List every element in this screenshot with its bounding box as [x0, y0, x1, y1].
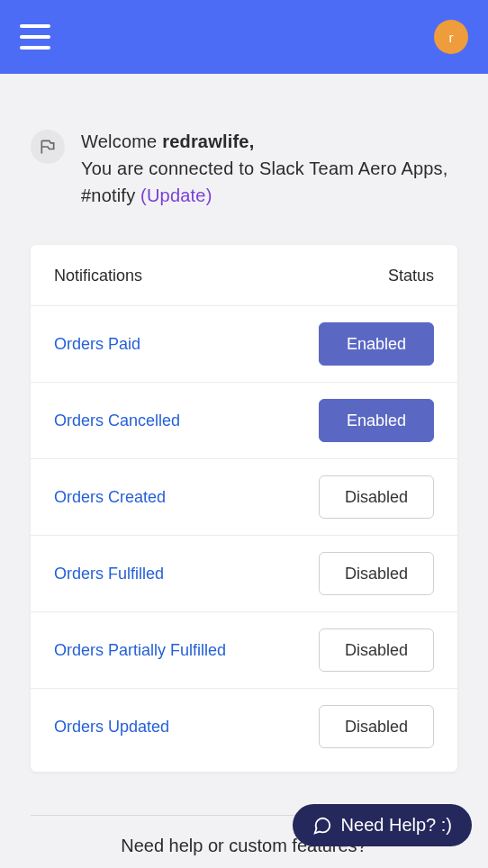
need-help-label: Need Help? :) [341, 815, 452, 836]
notification-row: Orders CancelledEnabled [31, 383, 457, 459]
flag-icon [31, 130, 65, 164]
top-bar: r [0, 0, 488, 74]
notification-row: Orders PaidEnabled [31, 306, 457, 383]
avatar-initial: r [449, 30, 454, 45]
update-link[interactable]: (Update) [140, 185, 212, 205]
need-help-button[interactable]: Need Help? :) [293, 804, 472, 846]
welcome-prefix: Welcome [81, 131, 162, 151]
card-header: Notifications Status [31, 245, 457, 306]
main-content: Welcome redrawlife, You are connected to… [0, 74, 488, 856]
status-disabled-button[interactable]: Disabled [319, 628, 434, 672]
col-notifications: Notifications [54, 267, 142, 285]
status-disabled-button[interactable]: Disabled [319, 705, 434, 748]
notification-label[interactable]: Orders Partially Fulfilled [54, 641, 226, 660]
menu-icon[interactable] [20, 24, 50, 50]
col-status: Status [388, 267, 434, 285]
notification-row: Orders FulfilledDisabled [31, 536, 457, 612]
notification-label[interactable]: Orders Cancelled [54, 411, 180, 430]
notification-label[interactable]: Orders Fulfilled [54, 565, 164, 583]
status-disabled-button[interactable]: Disabled [319, 475, 434, 519]
welcome-text: Welcome redrawlife, You are connected to… [81, 128, 457, 209]
notification-label[interactable]: Orders Created [54, 488, 166, 507]
status-disabled-button[interactable]: Disabled [319, 552, 434, 595]
welcome-connection: You are connected to Slack Team Aero App… [81, 158, 448, 205]
notification-row: Orders UpdatedDisabled [31, 689, 457, 772]
welcome-username: redrawlife [162, 131, 249, 151]
notification-label[interactable]: Orders Paid [54, 335, 140, 354]
notification-row: Orders Partially FulfilledDisabled [31, 612, 457, 689]
notification-row: Orders CreatedDisabled [31, 459, 457, 536]
avatar[interactable]: r [434, 20, 468, 54]
welcome-block: Welcome redrawlife, You are connected to… [31, 128, 457, 209]
notification-label[interactable]: Orders Updated [54, 718, 169, 737]
notifications-card: Notifications Status Orders PaidEnabledO… [31, 245, 457, 772]
welcome-comma: , [249, 131, 255, 151]
status-enabled-button[interactable]: Enabled [319, 399, 434, 442]
chat-icon [312, 816, 332, 836]
status-enabled-button[interactable]: Enabled [319, 322, 434, 366]
